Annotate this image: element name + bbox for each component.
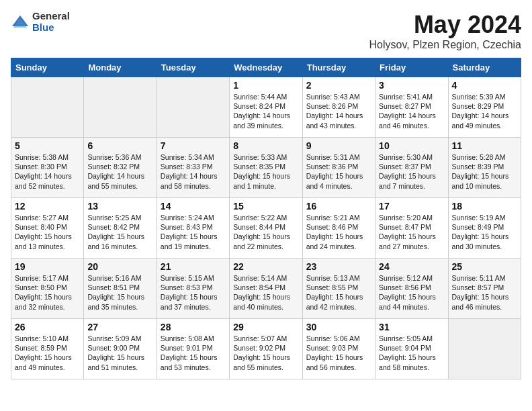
calendar-cell: 19Sunrise: 5:17 AM Sunset: 8:50 PM Dayli…: [11, 259, 84, 319]
day-info: Sunrise: 5:05 AM Sunset: 9:04 PM Dayligh…: [379, 334, 444, 372]
day-number: 25: [452, 261, 517, 272]
calendar-body: 1Sunrise: 5:44 AM Sunset: 8:24 PM Daylig…: [11, 77, 521, 379]
calendar-cell: 15Sunrise: 5:22 AM Sunset: 8:44 PM Dayli…: [230, 198, 302, 259]
day-info: Sunrise: 5:44 AM Sunset: 8:24 PM Dayligh…: [233, 92, 298, 130]
title-block: May 2024 Holysov, Plzen Region, Czechia: [369, 11, 521, 51]
day-info: Sunrise: 5:13 AM Sunset: 8:55 PM Dayligh…: [306, 273, 371, 312]
calendar-cell: 12Sunrise: 5:27 AM Sunset: 8:40 PM Dayli…: [11, 198, 84, 259]
day-info: Sunrise: 5:25 AM Sunset: 8:42 PM Dayligh…: [87, 213, 152, 251]
calendar-cell: 14Sunrise: 5:24 AM Sunset: 8:43 PM Dayli…: [157, 198, 229, 259]
calendar-cell: 27Sunrise: 5:09 AM Sunset: 9:00 PM Dayli…: [84, 319, 157, 379]
day-number: 18: [452, 201, 517, 212]
calendar-cell: 21Sunrise: 5:15 AM Sunset: 8:53 PM Dayli…: [157, 259, 229, 319]
calendar-week-5: 26Sunrise: 5:10 AM Sunset: 8:59 PM Dayli…: [11, 319, 521, 379]
day-number: 17: [379, 201, 444, 212]
day-info: Sunrise: 5:28 AM Sunset: 8:39 PM Dayligh…: [452, 152, 517, 191]
day-number: 7: [161, 140, 226, 151]
logo: General Blue: [11, 11, 70, 33]
logo-icon: [11, 13, 30, 32]
logo-general-text: General: [32, 11, 70, 22]
calendar-cell: 11Sunrise: 5:28 AM Sunset: 8:39 PM Dayli…: [448, 138, 521, 198]
day-info: Sunrise: 5:24 AM Sunset: 8:43 PM Dayligh…: [161, 213, 226, 251]
day-number: 22: [233, 261, 298, 272]
day-number: 30: [306, 322, 371, 332]
day-info: Sunrise: 5:14 AM Sunset: 8:54 PM Dayligh…: [233, 273, 298, 312]
calendar-week-4: 19Sunrise: 5:17 AM Sunset: 8:50 PM Dayli…: [11, 259, 521, 319]
day-info: Sunrise: 5:07 AM Sunset: 9:02 PM Dayligh…: [233, 334, 298, 372]
day-number: 3: [379, 80, 444, 91]
day-number: 2: [306, 80, 371, 91]
day-number: 1: [233, 80, 298, 91]
weekday-header-friday: Friday: [375, 58, 448, 77]
day-number: 24: [379, 261, 444, 272]
calendar-cell: 23Sunrise: 5:13 AM Sunset: 8:55 PM Dayli…: [302, 259, 375, 319]
weekday-header-tuesday: Tuesday: [157, 58, 229, 77]
calendar-cell: 29Sunrise: 5:07 AM Sunset: 9:02 PM Dayli…: [230, 319, 302, 379]
day-info: Sunrise: 5:30 AM Sunset: 8:37 PM Dayligh…: [379, 152, 444, 191]
day-info: Sunrise: 5:39 AM Sunset: 8:29 PM Dayligh…: [452, 92, 517, 130]
day-info: Sunrise: 5:33 AM Sunset: 8:35 PM Dayligh…: [233, 152, 298, 191]
day-info: Sunrise: 5:19 AM Sunset: 8:49 PM Dayligh…: [452, 213, 517, 251]
calendar-cell: 2Sunrise: 5:43 AM Sunset: 8:26 PM Daylig…: [302, 77, 375, 138]
day-info: Sunrise: 5:06 AM Sunset: 9:03 PM Dayligh…: [306, 334, 371, 372]
day-number: 20: [87, 261, 152, 272]
day-number: 6: [87, 140, 152, 151]
logo-blue-text: Blue: [32, 22, 70, 34]
day-info: Sunrise: 5:15 AM Sunset: 8:53 PM Dayligh…: [161, 273, 226, 312]
day-number: 21: [161, 261, 226, 272]
day-info: Sunrise: 5:08 AM Sunset: 9:01 PM Dayligh…: [161, 334, 226, 372]
day-number: 31: [379, 322, 444, 332]
calendar-cell: 25Sunrise: 5:11 AM Sunset: 8:57 PM Dayli…: [448, 259, 521, 319]
calendar-week-2: 5Sunrise: 5:38 AM Sunset: 8:30 PM Daylig…: [11, 138, 521, 198]
calendar-cell: 7Sunrise: 5:34 AM Sunset: 8:33 PM Daylig…: [157, 138, 229, 198]
day-info: Sunrise: 5:43 AM Sunset: 8:26 PM Dayligh…: [306, 92, 371, 130]
day-number: 11: [452, 140, 517, 151]
day-number: 15: [233, 201, 298, 212]
day-info: Sunrise: 5:31 AM Sunset: 8:36 PM Dayligh…: [306, 152, 371, 191]
day-number: 12: [15, 201, 80, 212]
calendar-cell: [84, 77, 157, 138]
day-number: 28: [161, 322, 226, 332]
calendar-cell: 8Sunrise: 5:33 AM Sunset: 8:35 PM Daylig…: [230, 138, 302, 198]
day-info: Sunrise: 5:22 AM Sunset: 8:44 PM Dayligh…: [233, 213, 298, 251]
day-info: Sunrise: 5:11 AM Sunset: 8:57 PM Dayligh…: [452, 273, 517, 312]
calendar-cell: 10Sunrise: 5:30 AM Sunset: 8:37 PM Dayli…: [375, 138, 448, 198]
weekday-header-wednesday: Wednesday: [230, 58, 302, 77]
day-number: 5: [15, 140, 80, 151]
day-number: 26: [15, 322, 80, 332]
calendar-cell: 4Sunrise: 5:39 AM Sunset: 8:29 PM Daylig…: [448, 77, 521, 138]
calendar-header: SundayMondayTuesdayWednesdayThursdayFrid…: [11, 58, 521, 77]
calendar-cell: 26Sunrise: 5:10 AM Sunset: 8:59 PM Dayli…: [11, 319, 84, 379]
calendar-cell: 28Sunrise: 5:08 AM Sunset: 9:01 PM Dayli…: [157, 319, 229, 379]
calendar-week-1: 1Sunrise: 5:44 AM Sunset: 8:24 PM Daylig…: [11, 77, 521, 138]
calendar-cell: 20Sunrise: 5:16 AM Sunset: 8:51 PM Dayli…: [84, 259, 157, 319]
day-number: 27: [87, 322, 152, 332]
calendar-cell: 13Sunrise: 5:25 AM Sunset: 8:42 PM Dayli…: [84, 198, 157, 259]
calendar-cell: 1Sunrise: 5:44 AM Sunset: 8:24 PM Daylig…: [230, 77, 302, 138]
weekday-header-saturday: Saturday: [448, 58, 521, 77]
day-number: 10: [379, 140, 444, 151]
calendar-cell: 9Sunrise: 5:31 AM Sunset: 8:36 PM Daylig…: [302, 138, 375, 198]
day-number: 16: [306, 201, 371, 212]
day-number: 29: [233, 322, 298, 332]
calendar-cell: 31Sunrise: 5:05 AM Sunset: 9:04 PM Dayli…: [375, 319, 448, 379]
calendar-cell: 30Sunrise: 5:06 AM Sunset: 9:03 PM Dayli…: [302, 319, 375, 379]
day-info: Sunrise: 5:38 AM Sunset: 8:30 PM Dayligh…: [15, 152, 80, 191]
calendar-location: Holysov, Plzen Region, Czechia: [369, 39, 521, 51]
day-number: 19: [15, 261, 80, 272]
day-number: 13: [87, 201, 152, 212]
calendar-week-3: 12Sunrise: 5:27 AM Sunset: 8:40 PM Dayli…: [11, 198, 521, 259]
day-number: 8: [233, 140, 298, 151]
weekday-header-thursday: Thursday: [302, 58, 375, 77]
day-info: Sunrise: 5:34 AM Sunset: 8:33 PM Dayligh…: [161, 152, 226, 191]
day-info: Sunrise: 5:36 AM Sunset: 8:32 PM Dayligh…: [87, 152, 152, 191]
day-number: 14: [161, 201, 226, 212]
day-info: Sunrise: 5:10 AM Sunset: 8:59 PM Dayligh…: [15, 334, 80, 372]
calendar-table: SundayMondayTuesdayWednesdayThursdayFrid…: [11, 58, 521, 379]
day-info: Sunrise: 5:20 AM Sunset: 8:47 PM Dayligh…: [379, 213, 444, 251]
calendar-cell: 5Sunrise: 5:38 AM Sunset: 8:30 PM Daylig…: [11, 138, 84, 198]
day-number: 23: [306, 261, 371, 272]
calendar-title: May 2024: [369, 11, 521, 39]
calendar-cell: 6Sunrise: 5:36 AM Sunset: 8:32 PM Daylig…: [84, 138, 157, 198]
calendar-cell: 18Sunrise: 5:19 AM Sunset: 8:49 PM Dayli…: [448, 198, 521, 259]
